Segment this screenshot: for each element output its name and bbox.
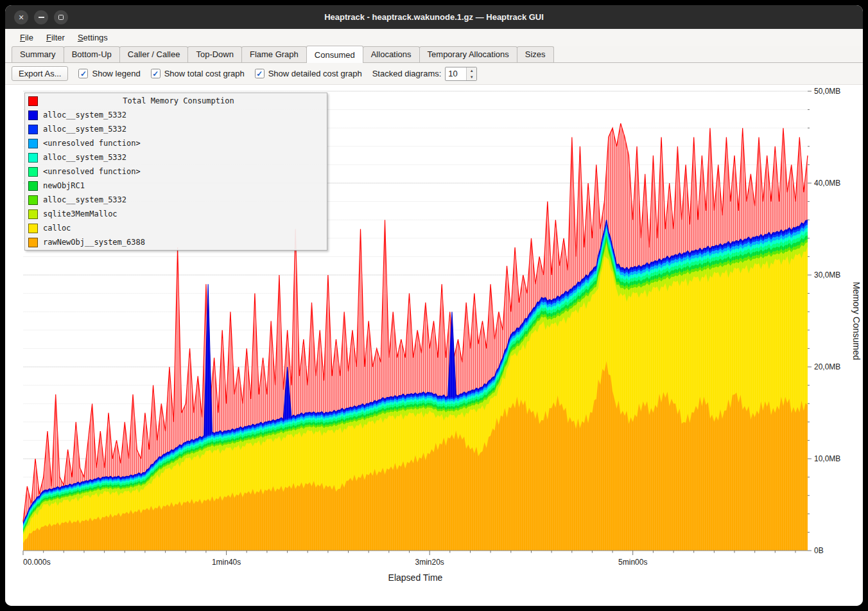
show-legend-checkbox-group[interactable]: ✓ Show legend	[78, 69, 140, 78]
spin-down-icon[interactable]: ▼	[467, 74, 476, 80]
close-button[interactable]: ×	[14, 10, 28, 24]
memory-consumption-chart[interactable]: 00.000s1min40s3min20s5min00s0B10,0MB20,0…	[5, 85, 863, 606]
tab-flame-graph[interactable]: Flame Graph	[241, 46, 307, 62]
tab-top-down[interactable]: Top-Down	[187, 46, 242, 62]
show-legend-label: Show legend	[92, 69, 140, 78]
tabbar: Summary Bottom-Up Caller / Callee Top-Do…	[5, 46, 863, 63]
tab-allocations[interactable]: Allocations	[363, 46, 420, 62]
window-controls: ×	[14, 5, 68, 29]
legend-item-label: newObjRC1	[43, 181, 85, 190]
legend-item-label: alloc__system_5332	[43, 195, 126, 204]
menu-file[interactable]: File	[14, 31, 39, 44]
menu-filter-rest: ilter	[51, 33, 65, 42]
legend-swatch	[28, 195, 38, 205]
legend-item[interactable]: <unresolved function>	[25, 136, 327, 150]
tab-caller-callee[interactable]: Caller / Callee	[119, 46, 189, 62]
legend-item[interactable]: sqlite3MemMalloc	[25, 207, 327, 221]
y-axis-tick-label: 10,0MB	[814, 454, 840, 463]
maximize-button[interactable]	[54, 10, 68, 24]
menu-settings[interactable]: Settings	[72, 31, 114, 44]
menu-settings-mnemonic: S	[78, 33, 83, 42]
stacked-diagrams-value[interactable]: 10	[446, 67, 466, 80]
legend-item-label: alloc__system_5332	[43, 111, 126, 120]
heaptrack-window: × Heaptrack - heaptrack.wakunode.1.gz — …	[5, 5, 863, 606]
y-axis-tick-label: 30,0MB	[814, 270, 840, 279]
y-axis-title: Memory Consumed	[851, 281, 862, 360]
tab-sizes[interactable]: Sizes	[517, 46, 554, 62]
legend-item[interactable]: rawNewObj__system_6388	[25, 235, 327, 249]
spin-arrows: ▲ ▼	[466, 67, 476, 80]
show-total-cost-label: Show total cost graph	[164, 69, 245, 78]
minimize-button[interactable]	[34, 10, 48, 24]
menu-file-mnemonic: F	[20, 33, 25, 42]
tab-summary[interactable]: Summary	[12, 46, 64, 62]
x-axis-tick-label: 1min40s	[212, 558, 241, 567]
show-detailed-cost-checkbox[interactable]: ✓	[255, 69, 265, 78]
toolbar: Export As... ✓ Show legend ✓ Show total …	[5, 63, 863, 85]
spin-up-icon[interactable]: ▲	[467, 67, 476, 74]
legend-swatch	[28, 125, 38, 134]
y-axis-tick-label: 20,0MB	[814, 362, 840, 371]
titlebar[interactable]: × Heaptrack - heaptrack.wakunode.1.gz — …	[5, 5, 863, 29]
legend-swatch	[28, 238, 38, 247]
legend-swatch	[28, 167, 38, 177]
legend-title-row[interactable]: Total Memory Consumption	[25, 94, 327, 108]
show-detailed-cost-label: Show detailed cost graph	[268, 69, 362, 78]
show-total-cost-checkbox-group[interactable]: ✓ Show total cost graph	[151, 69, 245, 78]
menu-settings-rest: ettings	[83, 33, 108, 42]
x-axis-tick-label: 00.000s	[23, 558, 51, 567]
legend-item-label: <unresolved function>	[43, 167, 141, 176]
stacked-diagrams-spinbox[interactable]: 10 ▲ ▼	[445, 67, 477, 81]
legend-swatch	[28, 139, 38, 148]
stacked-diagrams-group: Stacked diagrams: 10 ▲ ▼	[372, 67, 478, 81]
legend-item[interactable]: alloc__system_5332	[25, 193, 327, 207]
legend-item[interactable]: calloc	[25, 221, 327, 235]
x-axis-tick-label: 3min20s	[415, 558, 444, 567]
y-axis-tick-label: 0B	[814, 546, 824, 555]
y-axis-tick-label: 50,0MB	[814, 87, 840, 96]
minimize-icon	[39, 17, 44, 18]
legend-item-label: sqlite3MemMalloc	[43, 209, 117, 218]
tab-bottom-up[interactable]: Bottom-Up	[64, 46, 120, 62]
export-as-button[interactable]: Export As...	[12, 66, 68, 81]
legend-item-label: rawNewObj__system_6388	[43, 238, 145, 247]
legend-swatch	[28, 224, 38, 233]
legend-swatch	[28, 111, 38, 120]
legend-item[interactable]: alloc__system_5332	[25, 108, 327, 122]
show-detailed-cost-checkbox-group[interactable]: ✓ Show detailed cost graph	[255, 69, 362, 78]
x-axis-title: Elapsed Time	[388, 572, 443, 583]
legend-swatch	[28, 209, 38, 219]
tab-consumed[interactable]: Consumed	[306, 46, 363, 63]
close-icon: ×	[19, 13, 24, 22]
show-total-cost-checkbox[interactable]: ✓	[151, 69, 161, 78]
menu-file-rest: ile	[25, 33, 33, 42]
legend-title: Total Memory Consumption	[43, 96, 314, 105]
menubar: File Filter Settings	[5, 29, 863, 46]
legend-item-label: alloc__system_5332	[43, 153, 126, 162]
menu-filter[interactable]: Filter	[40, 31, 71, 44]
tab-temporary-allocations[interactable]: Temporary Allocations	[419, 46, 517, 62]
screenshot-root: { "window": { "title": "Heaptrack - heap…	[0, 0, 868, 611]
x-axis-tick-label: 5min00s	[618, 558, 647, 567]
menu-filter-mnemonic: F	[46, 33, 51, 42]
window-title: Heaptrack - heaptrack.wakunode.1.gz — He…	[5, 12, 863, 22]
legend-item[interactable]: alloc__system_5332	[25, 122, 327, 136]
maximize-icon	[58, 15, 64, 20]
legend-item[interactable]: alloc__system_5332	[25, 150, 327, 164]
legend-item-label: calloc	[43, 224, 71, 233]
chart-legend[interactable]: Total Memory Consumptionalloc__system_53…	[24, 93, 327, 251]
legend-swatch	[28, 96, 38, 106]
stacked-diagrams-label: Stacked diagrams:	[372, 69, 442, 78]
legend-swatch	[28, 181, 38, 191]
legend-item-label: alloc__system_5332	[43, 125, 126, 134]
y-axis-tick-label: 40,0MB	[814, 179, 840, 188]
legend-item[interactable]: newObjRC1	[25, 179, 327, 193]
legend-item-label: <unresolved function>	[43, 139, 141, 148]
legend-swatch	[28, 153, 38, 163]
legend-item[interactable]: <unresolved function>	[25, 164, 327, 179]
show-legend-checkbox[interactable]: ✓	[78, 69, 88, 78]
